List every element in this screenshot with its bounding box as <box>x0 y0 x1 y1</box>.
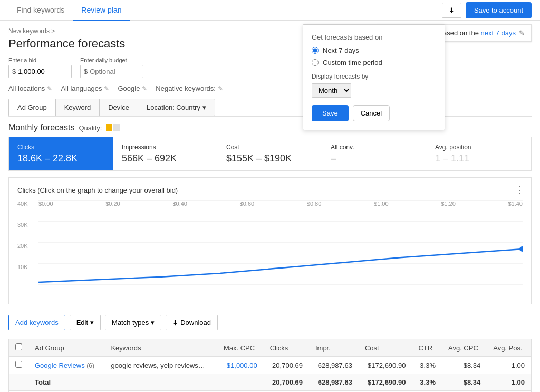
chart-area: Clicks (Click on the graph to change you… <box>8 177 532 304</box>
total-ctr: 3.3% <box>412 374 442 391</box>
radio-next7days-input[interactable] <box>312 47 319 54</box>
row-avg-pos: 1.00 <box>487 357 531 374</box>
stat-clicks-value: 18.6K – 22.8K <box>17 153 105 164</box>
row-impr: 628,987.63 <box>309 357 359 374</box>
table-toolbar: Add keywords Edit ▾ Match types ▾ ⬇ Down… <box>8 311 532 334</box>
col-header-max-cpc[interactable]: Max. CPC <box>217 339 264 357</box>
stat-all-conv-label: All conv. <box>331 144 418 151</box>
radio-custom[interactable]: Custom time period <box>312 59 436 66</box>
tab-device[interactable]: Device <box>99 99 138 116</box>
chart-container[interactable]: 40K 30K 20K 10K <box>17 200 523 295</box>
tab-location-country[interactable]: Location: Country ▾ <box>138 99 215 116</box>
stat-impressions[interactable]: Impressions 566K – 692K <box>113 137 218 170</box>
tab-ad-group[interactable]: Ad Group <box>8 99 55 116</box>
y-label-40k: 40K <box>17 200 28 207</box>
col-header-ctr[interactable]: CTR <box>412 339 442 357</box>
quality-block-2 <box>113 124 120 131</box>
languages-setting[interactable]: All languages ✎ <box>61 84 109 92</box>
stat-avg-position[interactable]: Avg. position 1 – 1.11 <box>427 137 531 170</box>
row-keywords: google reviews, yelp reviews… <box>104 357 217 374</box>
overlay-cancel-button[interactable]: Cancel <box>353 105 390 121</box>
total-avg-pos: 1.00 <box>487 374 531 391</box>
table-row: Google Reviews (6) google reviews, yelp … <box>9 357 531 374</box>
locations-setting[interactable]: All locations ✎ <box>8 84 52 92</box>
row-checkbox <box>9 357 28 374</box>
negative-keywords-setting[interactable]: Negative keywords: ✎ <box>156 84 223 92</box>
row-clicks: 20,700.69 <box>264 357 309 374</box>
col-header-avg-cpc[interactable]: Avg. CPC <box>442 339 487 357</box>
match-types-button[interactable]: Match types ▾ <box>105 315 161 330</box>
edit-locations-icon: ✎ <box>47 85 52 92</box>
stat-avg-pos-label: Avg. position <box>435 144 523 151</box>
download-icon-button[interactable]: ⬇ <box>442 3 461 18</box>
budget-input[interactable] <box>90 68 132 75</box>
budget-label: Enter daily budget <box>80 57 143 63</box>
row-cost: $172,690.90 <box>359 357 412 374</box>
forecasts-title: Monthly forecasts <box>8 123 74 132</box>
edit-forecast-icon[interactable]: ✎ <box>519 29 525 37</box>
data-table-container: Ad Group Keywords Max. CPC Clicks Impr. … <box>8 339 532 392</box>
display-forecasts-label: Display forecasts by <box>312 73 436 80</box>
edit-languages-icon: ✎ <box>104 85 109 92</box>
stat-clicks[interactable]: Clicks 18.6K – 22.8K <box>9 137 113 170</box>
overlay-save-button[interactable]: Save <box>312 105 349 121</box>
radio-next7days[interactable]: Next 7 days <box>312 46 436 54</box>
row-ctr: 3.3% <box>412 357 442 374</box>
col-header-ad-group[interactable]: Ad Group <box>28 339 104 357</box>
radio-group: Next 7 days Custom time period <box>312 46 436 66</box>
chart-menu-icon[interactable]: ⋮ <box>515 184 525 196</box>
total-row: Total 20,700.69 628,987.63 $172,690.90 3… <box>9 374 531 391</box>
settings-row: All locations ✎ All languages ✎ Google ✎… <box>8 84 532 92</box>
chevron-down-icon-edit: ▾ <box>90 319 94 327</box>
save-to-account-button[interactable]: Save to account <box>466 2 532 18</box>
row-ad-group: Google Reviews (6) <box>28 357 104 374</box>
budget-field: $ <box>80 65 143 78</box>
ad-group-link[interactable]: Google Reviews <box>35 361 85 369</box>
stat-all-conv[interactable]: All conv. – <box>322 137 427 170</box>
col-header-cost[interactable]: Cost <box>359 339 412 357</box>
col-header-clicks[interactable]: Clicks <box>264 339 309 357</box>
stat-cost-value: $155K – $190K <box>226 153 314 164</box>
total-impr: 628,987.63 <box>309 374 359 391</box>
chart-y-labels: 40K 30K 20K 10K <box>17 200 28 285</box>
radio-custom-input[interactable] <box>312 59 319 66</box>
tab-review-plan[interactable]: Review plan <box>73 1 130 21</box>
edit-button-label: Edit <box>76 319 88 327</box>
chart-svg <box>38 200 523 285</box>
match-types-label: Match types <box>112 319 149 327</box>
chart-title: Clicks (Click on the graph to change you… <box>17 186 523 194</box>
bid-input[interactable] <box>18 68 60 75</box>
table-header-row: Ad Group Keywords Max. CPC Clicks Impr. … <box>9 339 531 357</box>
display-select-row: Month Week Day <box>312 83 436 98</box>
total-label: Total <box>28 374 104 391</box>
network-setting[interactable]: Google ✎ <box>118 84 147 92</box>
svg-point-5 <box>519 246 523 252</box>
total-cost: $172,690.90 <box>359 374 412 391</box>
row-select-checkbox[interactable] <box>15 361 22 368</box>
quality-block-1 <box>106 124 112 131</box>
col-header-avg-pos[interactable]: Avg. Pos. <box>487 339 531 357</box>
edit-button[interactable]: Edit ▾ <box>70 315 101 330</box>
tab-find-keywords[interactable]: Find keywords <box>8 1 73 20</box>
edit-negative-keywords-icon: ✎ <box>218 85 223 92</box>
chevron-down-icon-match: ▾ <box>151 319 155 327</box>
display-by-select[interactable]: Month Week Day <box>312 83 351 98</box>
tab-location-label: Location: Country <box>147 103 200 111</box>
stat-cost[interactable]: Cost $155K – $190K <box>218 137 322 170</box>
tab-keyword[interactable]: Keyword <box>55 99 100 116</box>
chart-plot <box>38 200 523 285</box>
col-header-keywords[interactable]: Keywords <box>104 339 217 357</box>
forecasts-header-row: Monthly forecasts Quality: <box>8 117 532 137</box>
col-header-impr[interactable]: Impr. <box>309 339 359 357</box>
top-nav: Find keywords Review plan ⬇ Save to acco… <box>0 0 540 21</box>
add-keywords-button[interactable]: Add keywords <box>8 315 65 330</box>
budget-prefix: $ <box>84 68 88 75</box>
bid-label: Enter a bid <box>8 57 72 63</box>
stat-all-conv-value: – <box>331 153 418 164</box>
locations-label: All locations <box>8 84 45 92</box>
data-table: Ad Group Keywords Max. CPC Clicks Impr. … <box>9 339 531 391</box>
stat-cost-label: Cost <box>226 144 314 151</box>
select-all-checkbox[interactable] <box>15 343 22 350</box>
download-button[interactable]: ⬇ Download <box>166 315 218 330</box>
forecast-banner-highlight: next 7 days <box>481 29 516 37</box>
